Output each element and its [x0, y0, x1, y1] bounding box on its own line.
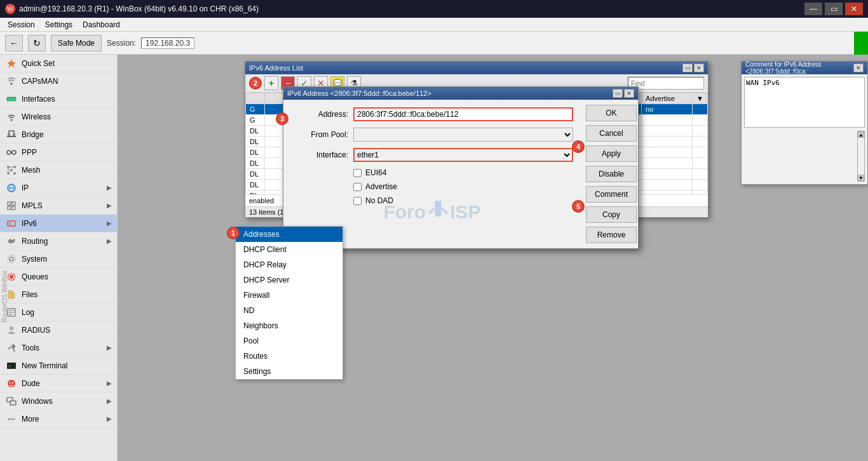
comment-scrollbar-area: ▲ ▼ — [744, 131, 865, 182]
sidebar-item-ppp[interactable]: PPP — [0, 144, 117, 161]
from-pool-select[interactable] — [353, 128, 573, 142]
ipv6-list-close-button[interactable]: ✕ — [694, 63, 704, 72]
svg-point-41 — [10, 326, 13, 330]
comment-textarea[interactable]: WAN IPv6 — [744, 77, 865, 128]
eui64-checkbox[interactable] — [353, 169, 362, 177]
dropdown-item-routes[interactable]: Routes — [236, 349, 342, 364]
dropdown-item-dhcp-relay[interactable]: DHCP Relay — [236, 257, 342, 272]
scroll-up[interactable]: ▲ — [858, 131, 864, 138]
sidebar-item-queues[interactable]: Queues — [0, 268, 117, 286]
address-form-row: Address: — [291, 107, 573, 121]
sidebar-item-label: Wireless — [22, 112, 51, 121]
disable-button[interactable]: Disable — [586, 166, 637, 182]
sidebar-item-label: CAPsMAN — [22, 77, 58, 86]
sidebar-item-more[interactable]: More ▶ — [0, 410, 117, 428]
sidebar-item-routing[interactable]: Routing ▶ — [0, 232, 117, 250]
comment-controls[interactable]: ✕ — [853, 63, 864, 72]
sidebar-item-tools[interactable]: Tools ▶ — [0, 339, 117, 357]
sidebar-item-files[interactable]: Files — [0, 286, 117, 304]
sidebar-item-radius[interactable]: RADIUS — [0, 321, 117, 339]
ipv6-list-restore-button[interactable]: ▭ — [682, 63, 693, 72]
ipv6-icon: 6 — [5, 218, 18, 229]
sidebar-item-ipv6[interactable]: 6 IPv6 ▶ — [0, 215, 117, 232]
svg-point-17 — [7, 166, 10, 168]
svg-rect-27 — [8, 202, 11, 205]
back-button[interactable]: ← — [5, 35, 23, 51]
svg-point-33 — [10, 257, 13, 261]
menu-settings[interactable]: Settings — [40, 19, 78, 30]
sidebar-item-log[interactable]: Log — [0, 304, 117, 321]
sidebar-item-label: PPP — [22, 148, 37, 157]
add-button[interactable]: + — [264, 76, 278, 90]
minimize-button[interactable]: — — [804, 3, 822, 15]
dropdown-item-dhcp-client[interactable]: DHCP Client — [236, 242, 342, 257]
ipv6-list-title-bar: IPv6 Address List ▭ ✕ — [245, 62, 708, 74]
ipv6-edit-window-controls[interactable]: ▭ ✕ — [613, 89, 634, 98]
sidebar-item-new-terminal[interactable]: >_ New Terminal — [0, 357, 117, 375]
ipv6-list-window-controls[interactable]: ▭ ✕ — [682, 63, 704, 72]
dropdown-item-firewall[interactable]: Firewall — [236, 288, 342, 303]
menu-session[interactable]: Session — [3, 19, 40, 30]
sidebar-item-system[interactable]: System — [0, 250, 117, 268]
address-input[interactable] — [353, 107, 573, 121]
scrollbar[interactable]: ▲ ▼ — [857, 131, 865, 182]
sidebar-item-mpls[interactable]: MPLS ▶ — [0, 197, 117, 215]
copy-button[interactable]: Copy — [586, 206, 637, 223]
ipv6-edit-close-button[interactable]: ✕ — [624, 89, 634, 98]
more-icon — [5, 414, 18, 424]
sidebar-item-mesh[interactable]: Mesh — [0, 161, 117, 179]
remove-button[interactable]: Remove — [586, 227, 637, 243]
radius-icon — [5, 325, 18, 335]
sidebar-item-bridge[interactable]: Bridge — [0, 126, 117, 144]
sidebar-item-label: Dude — [22, 379, 40, 388]
dropdown-item-neighbors[interactable]: Neighbors — [236, 318, 342, 333]
svg-point-51 — [11, 418, 13, 420]
dropdown-item-settings[interactable]: Settings — [236, 364, 342, 379]
scroll-down[interactable]: ▼ — [858, 175, 864, 181]
dropdown-item-addresses[interactable]: Addresses — [236, 227, 342, 242]
sidebar-item-windows[interactable]: Windows ▶ — [0, 392, 117, 410]
find-input[interactable] — [628, 77, 704, 90]
safe-mode-button[interactable]: Safe Mode — [51, 35, 102, 51]
sidebar-item-dude[interactable]: Dude ▶ — [0, 375, 117, 392]
comment-title: Comment for IPv6 Address <2806:3f7:5ddd:… — [745, 61, 853, 75]
maximize-button[interactable]: ▭ — [825, 3, 843, 15]
svg-marker-0 — [7, 59, 16, 68]
no-dad-checkbox[interactable] — [353, 197, 362, 205]
apply-button[interactable]: Apply — [586, 145, 637, 162]
dropdown-item-pool[interactable]: Pool — [236, 333, 342, 349]
toolbar: ← ↻ Safe Mode Session: 192.168.20.3 — [0, 32, 868, 55]
svg-rect-4 — [10, 98, 11, 101]
enabled-cell: enabled — [245, 195, 283, 206]
sidebar-item-quick-set[interactable]: Quick Set — [0, 55, 117, 72]
sidebar-item-label: Windows — [22, 397, 53, 406]
advertise-checkbox[interactable] — [353, 183, 362, 191]
sidebar-item-interfaces[interactable]: Interfaces — [0, 90, 117, 108]
routing-arrow-icon: ▶ — [107, 237, 112, 244]
dropdown-item-nd[interactable]: ND — [236, 303, 342, 318]
sidebar-item-label: Files — [22, 290, 37, 299]
dropdown-item-dhcp-server[interactable]: DHCP Server — [236, 272, 342, 288]
window-controls[interactable]: — ▭ ✕ — [804, 3, 863, 15]
comment-close-button[interactable]: ✕ — [853, 63, 864, 72]
forward-button[interactable]: ↻ — [28, 35, 46, 51]
wireless-icon — [5, 112, 18, 122]
sidebar-item-label: Mesh — [22, 166, 40, 175]
svg-point-1 — [10, 83, 13, 85]
ipv6-edit-restore-button[interactable]: ▭ — [613, 89, 623, 98]
close-button[interactable]: ✕ — [845, 3, 863, 15]
cancel-button[interactable]: Cancel — [586, 125, 637, 142]
svg-text:>_: >_ — [8, 364, 14, 369]
ok-button[interactable]: OK — [586, 105, 637, 121]
sidebar-item-capsman[interactable]: CAPsMAN — [0, 72, 117, 90]
comment-title-bar: Comment for IPv6 Address <2806:3f7:5ddd:… — [742, 62, 867, 74]
interface-select[interactable]: ether1 — [353, 148, 573, 162]
menu-dashboard[interactable]: Dashboard — [78, 19, 125, 30]
sidebar-item-ip[interactable]: IP ▶ — [0, 179, 117, 197]
svg-line-54 — [428, 208, 435, 213]
advertise-row: Advertise — [353, 182, 573, 191]
sidebar-item-wireless[interactable]: Wireless — [0, 108, 117, 126]
advertise-label: Advertise — [365, 182, 397, 191]
comment-button[interactable]: Comment — [586, 186, 637, 203]
col-dropdown[interactable]: ▼ — [693, 93, 708, 104]
